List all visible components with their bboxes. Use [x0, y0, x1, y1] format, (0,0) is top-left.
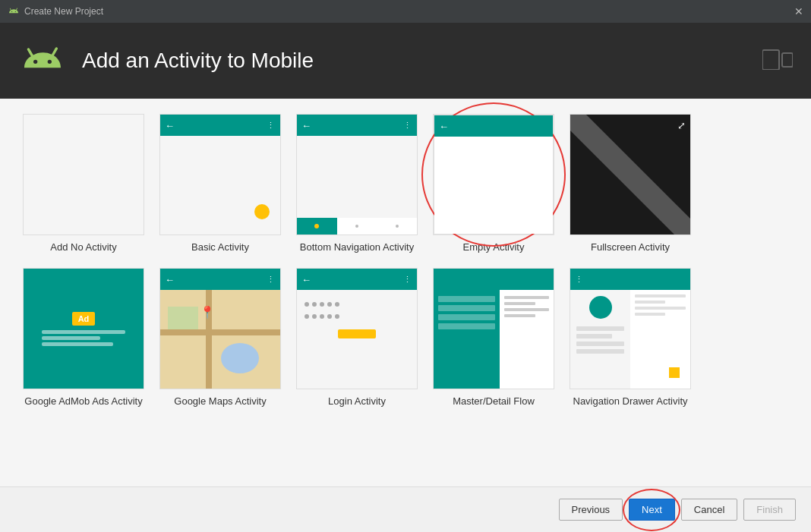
bottom-nav-thumbnail: ← ⋮: [296, 114, 418, 235]
next-button[interactable]: Next: [629, 499, 675, 521]
masterdetail-thumbnail: [433, 268, 554, 389]
activity-grid: Add No Activity ← ⋮ Basic Activity: [23, 114, 788, 407]
basic-activity-label: Basic Activity: [191, 241, 249, 253]
masterdetail-label: Master/Detail Flow: [453, 395, 535, 407]
footer: Previous Next Cancel Finish: [0, 486, 811, 532]
login-thumbnail: ← ⋮: [296, 268, 418, 389]
navdrawer-label: Navigation Drawer Activity: [573, 395, 688, 407]
title-bar: Create New Project ✕: [0, 0, 811, 23]
maps-thumbnail: ← ⋮ 📍: [159, 268, 281, 389]
close-button[interactable]: ✕: [794, 6, 803, 17]
bottom-nav-label: Bottom Navigation Activity: [300, 241, 414, 253]
android-icon: [8, 5, 20, 17]
previous-button[interactable]: Previous: [559, 499, 623, 521]
activity-item-maps[interactable]: ← ⋮ 📍 Google Maps Activity: [159, 268, 281, 407]
svg-rect-0: [762, 50, 779, 70]
svg-rect-1: [782, 53, 793, 67]
activity-item-fullscreen[interactable]: ← ⤢ Fullscreen Activity: [570, 114, 691, 253]
login-label: Login Activity: [328, 395, 386, 407]
fullscreen-thumbnail: ← ⤢: [570, 114, 691, 235]
finish-button[interactable]: Finish: [743, 499, 796, 521]
main-content: Add No Activity ← ⋮ Basic Activity: [0, 99, 811, 486]
fullscreen-label: Fullscreen Activity: [591, 241, 670, 253]
header-title: Add an Activity to Mobile: [82, 49, 314, 73]
navdrawer-fab: [669, 367, 680, 378]
maps-label: Google Maps Activity: [174, 395, 266, 407]
activity-item-admob[interactable]: Ad Google AdMob Ads Activity: [23, 268, 144, 407]
basic-activity-thumbnail: ← ⋮: [159, 114, 281, 235]
empty-activity-label: Empty Activity: [463, 241, 525, 253]
no-activity-thumbnail: [23, 114, 144, 235]
activity-item-bottom-nav[interactable]: ← ⋮ Bottom Navigation Activity: [296, 114, 418, 253]
activity-item-empty[interactable]: ← Empty Activity: [433, 114, 554, 253]
activity-item-navdrawer[interactable]: ⋮: [570, 268, 691, 407]
activity-item-login[interactable]: ← ⋮ Login Activity: [296, 268, 418, 407]
navdrawer-thumbnail: ⋮: [570, 268, 691, 389]
activity-item-no-activity[interactable]: Add No Activity: [23, 114, 144, 253]
title-bar-left: Create New Project: [8, 5, 103, 17]
empty-activity-thumbnail: ←: [433, 114, 554, 235]
no-activity-label: Add No Activity: [50, 241, 116, 253]
header-android-icon: [18, 36, 67, 85]
activity-item-basic[interactable]: ← ⋮ Basic Activity: [159, 114, 281, 253]
admob-label: Google AdMob Ads Activity: [24, 395, 142, 407]
device-panel-icon: [762, 49, 793, 73]
svg-line-2: [570, 115, 690, 235]
admob-thumbnail: Ad: [23, 268, 144, 389]
activity-item-masterdetail[interactable]: Master/Detail Flow: [433, 268, 554, 407]
cancel-button[interactable]: Cancel: [681, 499, 737, 521]
title-bar-text: Create New Project: [24, 6, 103, 17]
header: Add an Activity to Mobile: [0, 23, 811, 99]
